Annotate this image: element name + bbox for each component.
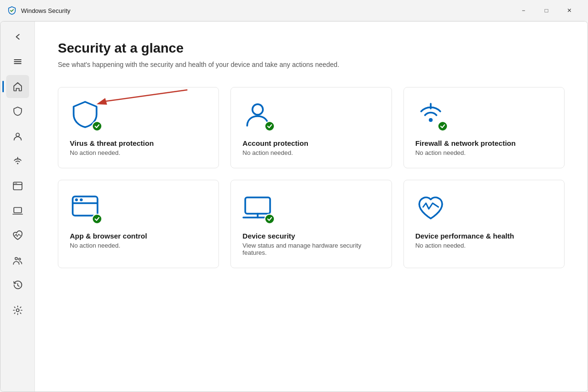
history-icon [12, 280, 23, 291]
app-container: Security at a glance See what's happenin… [0, 21, 588, 392]
svg-point-9 [16, 183, 17, 184]
close-button[interactable]: ✕ [558, 3, 580, 18]
virus-icon-wrapper [70, 99, 100, 131]
app-browser-card-status: No action needed. [70, 242, 207, 249]
svg-point-4 [17, 163, 18, 164]
svg-rect-23 [245, 197, 270, 214]
home-icon [12, 81, 23, 92]
check-icon [267, 123, 272, 129]
red-arrow-annotation [87, 83, 192, 107]
card-app-browser[interactable]: App & browser control No action needed. [58, 180, 219, 268]
sidebar [0, 22, 35, 392]
performance-icon-wrapper [415, 192, 446, 224]
family-icon [12, 255, 23, 266]
maximize-button[interactable]: □ [535, 3, 557, 18]
app-browser-card-title: App & browser control [70, 232, 207, 240]
account-card-status: No action needed. [242, 149, 380, 156]
card-device-performance[interactable]: Device performance & health No action ne… [403, 180, 565, 268]
svg-point-21 [75, 198, 78, 201]
menu-icon [12, 56, 23, 67]
card-account-protection[interactable]: Account protection No action needed. [230, 87, 392, 168]
performance-card-status: No action needed. [415, 242, 553, 249]
app-browser-check-badge [92, 214, 102, 224]
virus-card-status: No action needed. [70, 149, 207, 156]
minimize-button[interactable]: − [512, 3, 534, 18]
cards-grid: Virus & threat protection No action need… [58, 87, 565, 268]
sidebar-item-menu[interactable] [6, 50, 29, 73]
firewall-icon-wrapper [415, 99, 446, 131]
sidebar-item-account-protection[interactable] [6, 125, 29, 148]
laptop-icon [12, 206, 23, 216]
account-check-badge [264, 121, 275, 131]
account-icon-wrapper [242, 99, 273, 131]
sidebar-item-virus-protection[interactable] [6, 100, 29, 123]
device-security-icon-wrapper [242, 192, 273, 224]
app-browser-icon-wrapper [70, 192, 100, 224]
check-icon [94, 216, 100, 222]
virus-check-badge [92, 121, 102, 131]
settings-icon [12, 305, 23, 316]
svg-rect-10 [14, 207, 22, 213]
window-controls: − □ ✕ [512, 3, 580, 18]
card-firewall[interactable]: Firewall & network protection No action … [403, 87, 565, 168]
sidebar-item-history[interactable] [6, 274, 29, 297]
person-icon [12, 131, 23, 142]
heartbeat-icon [12, 230, 23, 241]
sidebar-item-firewall[interactable] [6, 150, 29, 173]
card-virus-threat[interactable]: Virus & threat protection No action need… [58, 87, 219, 168]
svg-point-12 [19, 258, 21, 260]
performance-health-icon [415, 192, 446, 222]
sidebar-item-back[interactable] [6, 25, 29, 48]
sidebar-item-settings[interactable] [6, 299, 29, 322]
app-icon [8, 6, 16, 15]
performance-card-title: Device performance & health [415, 232, 553, 240]
firewall-card-status: No action needed. [415, 149, 553, 156]
check-icon [440, 123, 446, 129]
svg-point-16 [252, 104, 263, 115]
svg-point-13 [16, 309, 19, 312]
svg-point-8 [14, 183, 15, 184]
wifi-icon [12, 156, 23, 166]
shield-icon [12, 106, 23, 117]
svg-line-14 [101, 90, 187, 102]
firewall-check-badge [437, 121, 448, 131]
browser-icon [12, 181, 23, 191]
svg-point-22 [80, 198, 83, 201]
account-card-title: Account protection [242, 139, 380, 147]
sidebar-item-device-security[interactable] [6, 199, 29, 222]
device-security-card-status: View status and manage hardware security… [242, 242, 380, 256]
svg-point-3 [16, 133, 19, 137]
app-title: Windows Security [21, 7, 70, 14]
device-security-card-title: Device security [242, 232, 380, 240]
svg-point-11 [15, 258, 17, 260]
title-bar-left: Windows Security [8, 6, 70, 15]
sidebar-item-family[interactable] [6, 249, 29, 272]
main-content: Security at a glance See what's happenin… [35, 22, 588, 392]
sidebar-item-home[interactable] [6, 75, 29, 98]
virus-card-title: Virus & threat protection [70, 139, 207, 147]
svg-point-17 [429, 118, 433, 122]
check-icon [94, 123, 100, 129]
firewall-card-title: Firewall & network protection [415, 139, 553, 147]
page-subtitle: See what's happening with the security a… [58, 60, 565, 70]
sidebar-item-performance[interactable] [6, 224, 29, 247]
device-security-check-badge [264, 214, 275, 224]
check-icon [267, 216, 272, 222]
back-icon [12, 32, 23, 42]
title-bar: Windows Security − □ ✕ [0, 0, 588, 21]
page-title: Security at a glance [58, 41, 565, 56]
card-device-security[interactable]: Device security View status and manage h… [230, 180, 392, 268]
sidebar-item-app-browser[interactable] [6, 174, 29, 197]
